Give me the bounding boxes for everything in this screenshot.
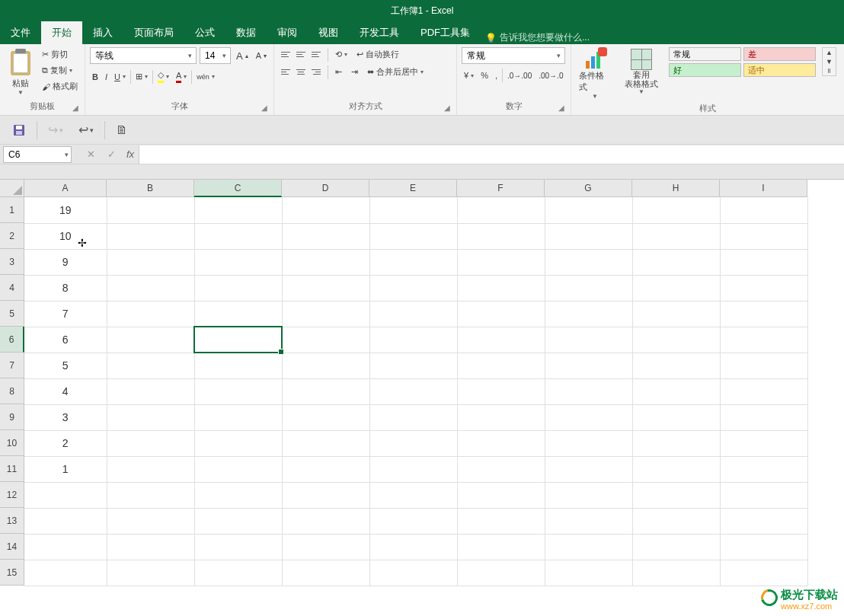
select-all-corner[interactable] — [0, 180, 24, 197]
cell-B12[interactable] — [107, 482, 194, 508]
cell-C14[interactable] — [194, 534, 282, 560]
format-painter-button[interactable]: 🖌 格式刷 — [40, 79, 80, 94]
qat-page-button[interactable]: 🗎 — [111, 120, 133, 140]
align-right-button[interactable] — [309, 66, 323, 78]
cell-I3[interactable] — [720, 249, 807, 275]
cell-G12[interactable] — [545, 482, 632, 508]
cell-E7[interactable] — [369, 353, 457, 378]
number-dialog-launcher[interactable]: ◢ — [558, 104, 564, 112]
cell-G6[interactable] — [545, 327, 632, 353]
cell-H13[interactable] — [632, 508, 720, 534]
underline-button[interactable]: U▾ — [112, 71, 128, 83]
orientation-button[interactable]: ⟲▾ — [333, 48, 350, 61]
cell-E14[interactable] — [369, 534, 457, 560]
cell-E6[interactable] — [369, 327, 457, 353]
decrease-indent-button[interactable]: ⇤ — [333, 65, 344, 78]
row-header-12[interactable]: 12 — [0, 482, 24, 508]
style-neutral[interactable]: 适中 — [743, 63, 816, 77]
cell-A11[interactable]: 1 — [24, 456, 107, 482]
cell-A5[interactable]: 7 — [24, 301, 107, 327]
cell-I9[interactable] — [720, 404, 807, 430]
row-header-8[interactable]: 8 — [0, 378, 24, 404]
comma-button[interactable]: , — [493, 69, 500, 81]
col-header-H[interactable]: H — [632, 180, 720, 197]
align-middle-button[interactable] — [294, 49, 308, 61]
cell-H7[interactable] — [632, 353, 720, 378]
cell-F11[interactable] — [457, 456, 545, 482]
cell-A1[interactable]: 19 — [24, 197, 107, 223]
number-format-combo[interactable]: 常规▾ — [462, 47, 565, 64]
row-header-4[interactable]: 4 — [0, 275, 24, 301]
cell-E5[interactable] — [369, 301, 457, 327]
cell-C13[interactable] — [194, 508, 282, 534]
cell-D3[interactable] — [282, 249, 369, 275]
cell-D5[interactable] — [282, 301, 369, 327]
col-header-C[interactable]: C — [194, 180, 282, 197]
tab-developer[interactable]: 开发工具 — [349, 21, 410, 44]
borders-button[interactable]: ⊞▾ — [133, 70, 150, 83]
cell-D10[interactable] — [282, 430, 369, 456]
cell-I6[interactable] — [720, 327, 807, 353]
cell-A15[interactable] — [24, 560, 107, 586]
cell-B13[interactable] — [107, 508, 194, 534]
cell-F3[interactable] — [457, 249, 545, 275]
font-dialog-launcher[interactable]: ◢ — [261, 104, 267, 112]
tab-home[interactable]: 开始 — [41, 21, 82, 44]
cell-I12[interactable] — [720, 482, 807, 508]
cell-B10[interactable] — [107, 430, 194, 456]
cell-B5[interactable] — [107, 301, 194, 327]
cell-E11[interactable] — [369, 456, 457, 482]
cell-I7[interactable] — [720, 353, 807, 378]
style-good[interactable]: 好 — [669, 63, 741, 77]
merge-center-button[interactable]: ⬌ 合并后居中 ▾ — [365, 65, 426, 79]
row-header-2[interactable]: 2 — [0, 223, 24, 249]
cell-A13[interactable] — [24, 508, 107, 534]
align-top-button[interactable] — [279, 49, 293, 61]
cell-A14[interactable] — [24, 534, 107, 560]
cell-H11[interactable] — [632, 456, 720, 482]
row-header-14[interactable]: 14 — [0, 534, 24, 560]
cell-A4[interactable]: 8 — [24, 275, 107, 301]
cell-B4[interactable] — [107, 275, 194, 301]
font-name-combo[interactable]: 等线▾ — [90, 47, 197, 64]
tab-pdf[interactable]: PDF工具集 — [410, 21, 481, 44]
tab-data[interactable]: 数据 — [225, 21, 267, 44]
cell-F4[interactable] — [457, 275, 545, 301]
bold-button[interactable]: B — [90, 71, 101, 83]
cell-D6[interactable] — [282, 327, 369, 353]
cell-C10[interactable] — [194, 430, 282, 456]
row-header-6[interactable]: 6 — [0, 327, 24, 353]
cell-G8[interactable] — [545, 378, 632, 404]
cell-H6[interactable] — [632, 327, 720, 353]
cell-I5[interactable] — [720, 301, 807, 327]
row-header-7[interactable]: 7 — [0, 353, 24, 378]
cell-G5[interactable] — [545, 301, 632, 327]
cell-A7[interactable]: 5 — [24, 353, 107, 378]
accounting-format-button[interactable]: ¥▾ — [462, 69, 476, 81]
align-left-button[interactable] — [279, 66, 293, 78]
cell-E9[interactable] — [369, 404, 457, 430]
cell-H1[interactable] — [632, 197, 720, 223]
name-box[interactable]: C6 ▾ — [3, 146, 72, 163]
tab-file[interactable]: 文件 — [0, 21, 41, 44]
cell-F9[interactable] — [457, 404, 545, 430]
row-header-13[interactable]: 13 — [0, 508, 24, 534]
increase-font-button[interactable]: A▴ — [234, 49, 251, 63]
cell-C9[interactable] — [194, 404, 282, 430]
styles-scroll-down[interactable]: ▼ — [823, 57, 836, 66]
cell-D4[interactable] — [282, 275, 369, 301]
cell-A8[interactable]: 4 — [24, 378, 107, 404]
cell-E12[interactable] — [369, 482, 457, 508]
cell-C1[interactable] — [194, 197, 282, 223]
cell-A6[interactable]: 6 — [24, 327, 107, 353]
cell-C15[interactable] — [194, 560, 282, 586]
undo-button[interactable]: ↩▾ — [74, 120, 98, 140]
cell-C8[interactable] — [194, 378, 282, 404]
wrap-text-button[interactable]: ↩ 自动换行 — [354, 47, 401, 62]
format-as-table-button[interactable]: 套用 表格格式 ▼ — [620, 47, 663, 97]
decrease-font-button[interactable]: A▾ — [254, 49, 269, 62]
formula-enter-button[interactable]: ✓ — [101, 148, 122, 160]
cell-A3[interactable]: 9 — [24, 249, 107, 275]
cell-I4[interactable] — [720, 275, 807, 301]
cell-C5[interactable] — [194, 301, 282, 327]
